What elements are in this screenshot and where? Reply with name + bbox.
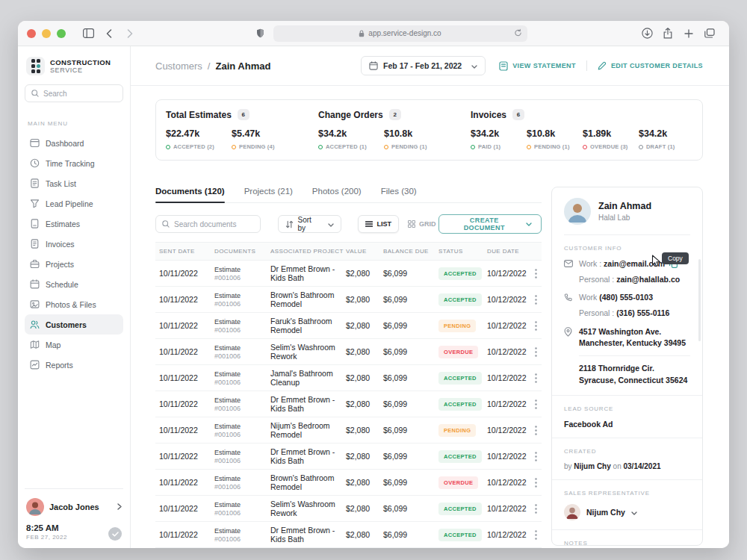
stat-status-label: ACCEPTED (2) <box>173 143 214 150</box>
tab-photos[interactable]: Photos (200) <box>312 187 362 202</box>
sidebar-item-estimates[interactable]: Estimates <box>25 214 123 234</box>
sidebar-item-map[interactable]: Map <box>25 335 123 355</box>
row-menu-icon[interactable] <box>532 321 542 331</box>
phone-personal-row: Personal : (316) 555-0116 <box>564 308 690 317</box>
customer-info-label: CUSTOMER INFO <box>564 245 690 252</box>
table-row[interactable]: 10/11/2022 Estimate #001006 Dr Emmet Bro… <box>155 261 542 287</box>
stat-value: $34.2k <box>639 128 695 139</box>
sidebar-item-customers[interactable]: Customers <box>25 314 123 335</box>
breadcrumb-parent[interactable]: Customers <box>155 60 202 72</box>
close-window-button[interactable] <box>27 29 36 38</box>
balance-cell: $6,099 <box>383 321 438 330</box>
minimize-window-button[interactable] <box>42 29 51 38</box>
stat-group-count-badge: 6 <box>512 109 524 120</box>
document-cell: Estimate #001006 <box>214 396 270 412</box>
url-bar[interactable]: app.service-design.co <box>273 25 527 42</box>
balance-cell: $6,099 <box>383 530 438 539</box>
table-row[interactable]: 10/11/2022 Estimate #001006 Nijum's Bedr… <box>155 417 542 444</box>
value-cell: $2,080 <box>346 399 383 408</box>
table-row[interactable]: 10/11/2022 Estimate #001006 Dr Emmet Bro… <box>155 444 542 470</box>
sort-by-dropdown[interactable]: Sort by <box>278 215 342 233</box>
sidebar-item-photos-files[interactable]: Photos & Files <box>25 294 123 314</box>
value-cell: $2,080 <box>346 452 383 461</box>
row-menu-icon[interactable] <box>532 295 542 305</box>
view-statement-button[interactable]: VIEW STATEMENT <box>499 61 576 71</box>
value-cell: $2,080 <box>346 426 383 435</box>
create-document-button[interactable]: CREATE DOCUMENT <box>438 214 542 234</box>
forward-icon[interactable] <box>122 25 138 42</box>
sales-rep-dropdown[interactable]: Nijum Chy <box>564 504 690 520</box>
brand-logo-icon <box>26 57 45 75</box>
row-menu-icon[interactable] <box>532 478 542 488</box>
table-row[interactable]: 10/11/2022 Estimate #001006 Selim's Wash… <box>155 339 542 365</box>
table-row[interactable]: 10/11/2022 Estimate #001006 Jamal's Bath… <box>155 365 542 391</box>
date-range-picker[interactable]: Feb 17 - Feb 21, 2022 <box>361 56 486 75</box>
stat-value: $1.89k <box>583 128 639 139</box>
tab-overview-icon[interactable] <box>701 25 718 42</box>
table-row[interactable]: 10/11/2022 Estimate #001006 Dr Emmet Bro… <box>155 391 542 417</box>
statement-icon <box>499 61 508 71</box>
row-menu-icon[interactable] <box>532 452 542 461</box>
downloads-icon[interactable] <box>639 25 655 42</box>
breadcrumb: Customers / Zain Ahmad <box>155 60 270 72</box>
sidebar-item-lead-pipeline[interactable]: Lead Pipeline <box>25 193 123 214</box>
tab-documents[interactable]: Documents (120) <box>155 187 225 202</box>
sidebar-search-input[interactable] <box>43 90 117 98</box>
status-badge: OVERDUE <box>438 476 478 489</box>
table-row[interactable]: 10/11/2022 Estimate #001006 Brown's Bath… <box>155 287 542 313</box>
sidebar-footer: Jacob Jones 8:25 AM FEB 27, 2022 <box>25 488 123 541</box>
documents-search-input[interactable] <box>174 220 254 228</box>
table-row[interactable]: 10/11/2022 Estimate #001006 Selim's Wash… <box>155 496 542 522</box>
stat-status-label: PENDING (1) <box>534 143 570 150</box>
sent-date-cell: 10/11/2022 <box>159 452 214 461</box>
tab-files[interactable]: Files (30) <box>381 187 417 202</box>
row-menu-icon[interactable] <box>532 530 542 540</box>
stat-group: Invoices 6 $34.2k PAID (1) $10.8k PENDIN… <box>471 109 695 151</box>
sidebar-item-dashboard[interactable]: Dashboard <box>25 133 123 153</box>
balance-cell: $6,099 <box>383 426 438 435</box>
maximize-window-button[interactable] <box>57 29 66 38</box>
edit-customer-details-button[interactable]: EDIT CUSTOMER DETAILS <box>598 61 703 70</box>
sidebar-item-reports[interactable]: Reports <box>25 355 123 375</box>
table-row[interactable]: 10/11/2022 Estimate #001006 Brown's Bath… <box>155 470 542 496</box>
status-badge: ACCEPTED <box>438 503 482 515</box>
row-menu-icon[interactable] <box>532 269 542 279</box>
sidebar-item-invoices[interactable]: Invoices <box>25 234 123 254</box>
stat-item: $22.47k ACCEPTED (2) <box>166 128 232 150</box>
back-icon[interactable] <box>101 25 117 42</box>
chevron-right-icon[interactable] <box>117 503 122 511</box>
share-icon[interactable] <box>660 25 676 42</box>
grid-view-button[interactable]: GRID <box>405 220 439 228</box>
row-menu-icon[interactable] <box>532 373 542 383</box>
sidebar-search[interactable] <box>25 84 123 102</box>
created-date: 03/14/2021 <box>623 462 660 470</box>
panel-scrollbar[interactable] <box>698 259 701 341</box>
row-menu-icon[interactable] <box>532 399 542 409</box>
sidebar-item-schedule[interactable]: Schedule <box>25 274 123 294</box>
status-check-icon[interactable] <box>108 527 122 541</box>
tab-projects[interactable]: Projects (21) <box>244 187 293 202</box>
documents-search[interactable] <box>155 215 261 233</box>
due-date-cell: 10/12/2022 <box>487 399 532 408</box>
user-profile[interactable]: Jacob Jones <box>25 497 123 523</box>
sidebar-item-time-tracking[interactable]: Time Tracking <box>25 153 123 173</box>
row-menu-icon[interactable] <box>532 347 542 357</box>
pencil-icon <box>598 61 607 70</box>
new-tab-icon[interactable] <box>681 25 697 42</box>
address-1-line-1: 4517 Washington Ave. <box>579 327 661 336</box>
browser-toolbar: app.service-design.co <box>18 21 729 46</box>
reload-icon[interactable] <box>514 28 522 39</box>
envelope-icon <box>564 260 573 267</box>
list-view-button[interactable]: LIST <box>358 215 399 233</box>
due-date-cell: 10/12/2022 <box>487 347 532 356</box>
balance-cell: $6,099 <box>383 269 438 278</box>
table-row[interactable]: 10/11/2022 Estimate #001006 Faruk's Bath… <box>155 313 542 339</box>
sidebar-item-projects[interactable]: Projects <box>25 254 123 274</box>
table-row[interactable]: 10/11/2022 Estimate #001006 Dr Emmet Bro… <box>155 522 542 548</box>
row-menu-icon[interactable] <box>532 426 542 435</box>
row-menu-icon[interactable] <box>532 504 542 514</box>
sidebar-item-task-list[interactable]: Task List <box>25 173 123 193</box>
due-date-cell: 10/12/2022 <box>487 295 532 304</box>
sidebar-toggle-icon[interactable] <box>80 25 96 42</box>
privacy-shield-icon[interactable] <box>252 25 269 42</box>
